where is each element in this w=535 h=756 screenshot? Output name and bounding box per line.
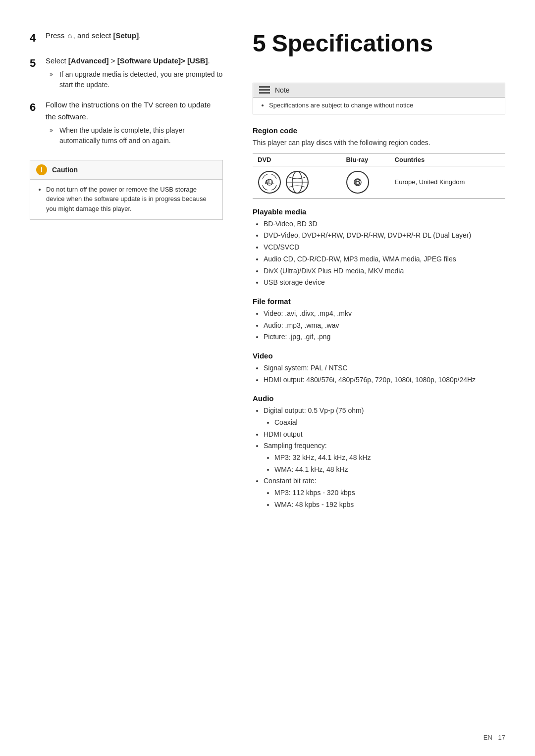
list-item: Picture: .jpg, .gif, .png [264, 332, 505, 343]
note-line-2 [259, 89, 270, 91]
bluray-icons: B [341, 166, 389, 198]
svg-text:ALL: ALL [265, 180, 274, 185]
file-format-heading: File format [253, 297, 505, 305]
audio-sub-list-0: Coaxial [264, 417, 505, 428]
step-5-sub-text: If an upgrade media is detected, you are… [59, 69, 223, 90]
col-countries: Countries [390, 153, 505, 166]
col-bluray: Blu-ray [341, 153, 389, 166]
dvd-icons: ALL [253, 166, 341, 198]
step-4-content: Press ⌂, and select [Setup]. [46, 30, 223, 46]
audio-list: Digital output: 0.5 Vp-p (75 ohm) Coaxia… [253, 405, 505, 510]
list-item: MP3: 112 kbps - 320 kbps [274, 488, 505, 499]
note-list: Specifications are subject to change wit… [260, 101, 498, 109]
list-item: Video: .avi, .divx, .mp4, .mkv [264, 308, 505, 319]
sub-arrow-2: » [50, 125, 59, 146]
step-5-number: 5 [30, 55, 46, 90]
note-line-3 [259, 92, 270, 94]
playable-media-heading: Playable media [253, 207, 505, 216]
bluray-b-icon: B [346, 170, 370, 194]
caution-title: Caution [52, 166, 78, 174]
chapter-title: Specifications [272, 31, 433, 57]
audio-sub-list-3: MP3: 112 kbps - 320 kbps WMA: 48 kpbs - … [264, 488, 505, 510]
region-code-text: This player can play discs with the foll… [253, 138, 505, 148]
footer-page: 17 [498, 734, 505, 741]
audio-item-2-text: Sampling frequency: [264, 442, 327, 450]
list-item: Constant bit rate: MP3: 112 kbps - 320 k… [264, 476, 505, 510]
table-row: ALL [253, 166, 505, 198]
step-4: 4 Press ⌂, and select [Setup]. [30, 30, 223, 46]
left-column: 4 Press ⌂, and select [Setup]. 5 Select … [0, 0, 238, 756]
list-item: DVD-Video, DVD+R/+RW, DVD-R/-RW, DVD+R/-… [264, 230, 505, 241]
page-footer: EN 17 [480, 734, 505, 741]
audio-item-3-text: Constant bit rate: [264, 477, 317, 485]
dvd-all-icon: ALL [258, 170, 281, 194]
list-item: Audio: .mp3, .wma, .wav [264, 320, 505, 331]
countries-text: Europe, United Kingdom [395, 178, 465, 186]
playable-media-list: BD-Video, BD 3D DVD-Video, DVD+R/+RW, DV… [253, 219, 505, 288]
step-6-sub-text: When the update is complete, this player… [59, 125, 223, 146]
list-item: Digital output: 0.5 Vp-p (75 ohm) Coaxia… [264, 405, 505, 428]
list-item: Signal system: PAL / NTSC [264, 363, 505, 374]
region-code-heading: Region code [253, 126, 505, 135]
step-6-number: 6 [30, 99, 46, 146]
audio-heading: Audio [253, 394, 505, 403]
caution-header: ! Caution [30, 160, 222, 180]
step-6-content: Follow the instructions on the TV screen… [46, 99, 223, 146]
list-item: BD-Video, BD 3D [264, 219, 505, 230]
caution-body: Do not turn off the power or remove the … [30, 180, 222, 220]
audio-item-0-text: Digital output: 0.5 Vp-p (75 ohm) [264, 406, 364, 414]
file-format-list: Video: .avi, .divx, .mp4, .mkv Audio: .m… [253, 308, 505, 343]
note-lines-icon [259, 86, 270, 94]
list-item: MP3: 32 kHz, 44.1 kHz, 48 kHz [274, 453, 505, 463]
list-item: Audio CD, CD-R/CD-RW, MP3 media, WMA med… [264, 254, 505, 265]
note-box: Note Specifications are subject to chang… [253, 83, 505, 114]
list-item: WMA: 48 kpbs - 192 kpbs [274, 500, 505, 510]
list-item: WMA: 44.1 kHz, 48 kHz [274, 464, 505, 475]
note-header: Note [253, 83, 505, 98]
list-item: Sampling frequency: MP3: 32 kHz, 44.1 kH… [264, 441, 505, 475]
list-item: Coaxial [274, 417, 505, 428]
region-table: DVD Blu-ray Countries ALL [253, 153, 505, 199]
note-title: Note [275, 86, 290, 94]
step-6-sub: » When the update is complete, this play… [46, 125, 223, 146]
footer-lang: EN [483, 734, 492, 741]
note-line-1 [259, 86, 270, 88]
list-item: USB storage device [264, 277, 505, 288]
step-5-sub: » If an upgrade media is detected, you a… [46, 69, 223, 90]
svg-text:B: B [355, 178, 361, 186]
countries-cell: Europe, United Kingdom [390, 166, 505, 198]
caution-icon: ! [36, 164, 47, 175]
sub-arrow: » [50, 69, 59, 90]
chapter-number: 5 [253, 30, 266, 57]
caution-box: ! Caution Do not turn off the power or r… [30, 160, 223, 220]
step-5-content: Select [Advanced] > [Software Update]> [… [46, 55, 223, 90]
step-4-number: 4 [30, 30, 46, 46]
col-dvd: DVD [253, 153, 341, 166]
step-5: 5 Select [Advanced] > [Software Update]>… [30, 55, 223, 90]
right-column: 5 Specifications Note Specifications are… [238, 0, 535, 756]
dvd-globe-icon [285, 170, 309, 194]
caution-list: Do not turn off the power or remove the … [37, 185, 215, 214]
video-heading: Video [253, 352, 505, 360]
caution-item: Do not turn off the power or remove the … [46, 185, 215, 214]
step-6: 6 Follow the instructions on the TV scre… [30, 99, 223, 146]
note-body: Specifications are subject to change wit… [253, 98, 505, 114]
list-item: DivX (Ultra)/DivX Plus HD media, MKV med… [264, 266, 505, 277]
note-item: Specifications are subject to change wit… [269, 101, 498, 109]
list-item: VCD/SVCD [264, 242, 505, 253]
audio-sub-list-2: MP3: 32 kHz, 44.1 kHz, 48 kHz WMA: 44.1 … [264, 453, 505, 475]
list-item: HDMI output [264, 429, 505, 440]
list-item: HDMI output: 480i/576i, 480p/576p, 720p,… [264, 375, 505, 386]
video-list: Signal system: PAL / NTSC HDMI output: 4… [253, 363, 505, 385]
